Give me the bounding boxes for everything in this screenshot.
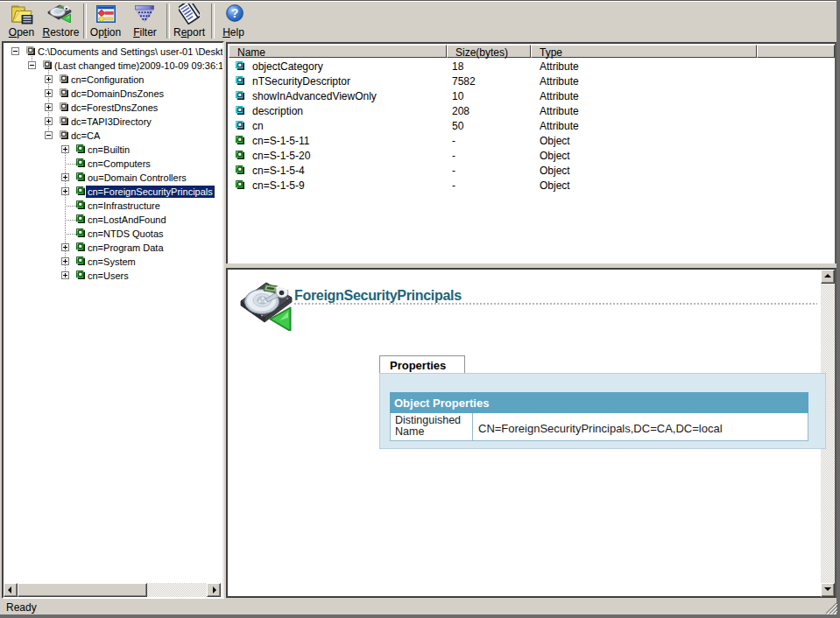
- svg-text:?: ?: [231, 6, 239, 20]
